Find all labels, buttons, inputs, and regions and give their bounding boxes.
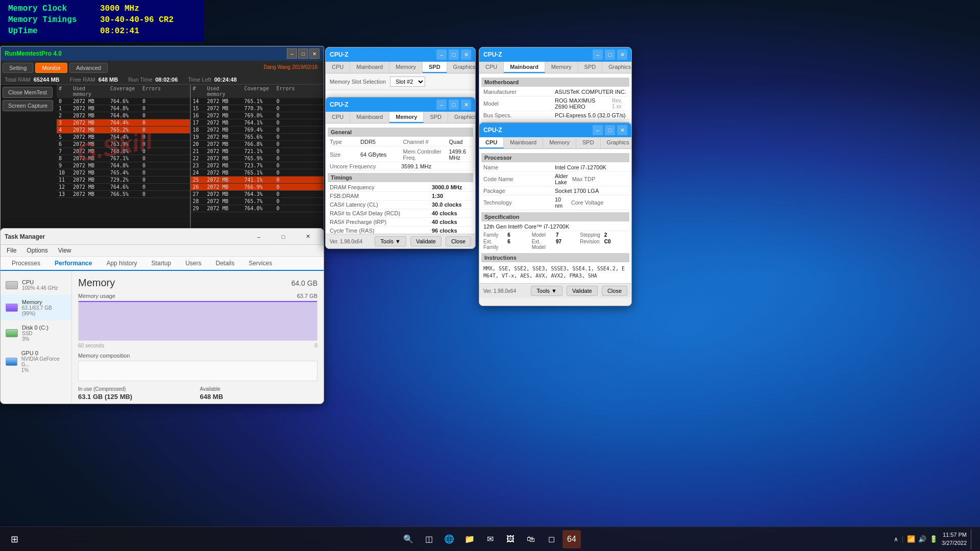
cpuz-cpu-version: Ver. 1.98.0x64 [483, 288, 527, 294]
cpuz-mb-tab-spd[interactable]: SPD [578, 62, 603, 73]
motherboard-section: Motherboard [481, 78, 629, 87]
cpuz-mem-tab-memory[interactable]: Memory [389, 112, 424, 123]
tray-sound[interactable]: 🔊 [918, 535, 926, 543]
taskmanager-close-btn[interactable]: ✕ [296, 229, 320, 245]
memtest-row: 15 2072 MB 770.3% 0 [191, 105, 324, 112]
cpuz-spd-maximize[interactable]: □ [449, 49, 459, 60]
taskmanager-tab-performance[interactable]: Performance [47, 257, 99, 271]
taskmanager-tab-startup[interactable]: Startup [144, 257, 178, 271]
tray-network[interactable]: 📶 [907, 535, 915, 543]
cpuz-cpu-close-btn[interactable]: Close [602, 286, 627, 296]
memtest-tab-advanced[interactable]: Advanced [69, 63, 108, 73]
taskmanager-sidebar-cpu[interactable]: CPU 100% 4.46 GHz [1, 275, 71, 295]
cpuz-spd-tab-graphics[interactable]: Graphics [447, 62, 476, 73]
memtest-table-left: # Used memory Coverage Errors 0 2072 MB … [57, 85, 190, 235]
cpuz-mainboard-maximize[interactable]: □ [605, 49, 615, 60]
cpuz-mb-tab-mainboard[interactable]: Mainboard [504, 62, 545, 73]
cpuz-memory-validate-btn[interactable]: Validate [410, 236, 442, 246]
cpuz-spd-minimize[interactable]: – [436, 49, 447, 60]
tray-expand[interactable]: ∧ [894, 536, 898, 543]
cpuz-cpu-maximize[interactable]: □ [605, 125, 615, 135]
cpuz-mb-tab-graphics[interactable]: Graphics [602, 62, 632, 73]
taskmanager-menu-file[interactable]: File [5, 246, 18, 255]
cpuz-memory-tools-btn[interactable]: Tools ▼ [375, 236, 406, 246]
taskbar-explorer[interactable]: 📁 [460, 530, 479, 548]
taskbar-photos[interactable]: 🖼 [501, 530, 520, 548]
taskmanager-sidebar-gpu[interactable]: GPU 0 NVIDIA GeForce G...1% [1, 346, 71, 377]
memtest-close-btn[interactable]: ✕ [309, 48, 320, 59]
start-button[interactable]: ⊞ [4, 529, 24, 549]
overlay-memory-timings-value: 30-40-40-96 CR2 [100, 15, 174, 24]
taskbar-store[interactable]: 🛍 [522, 530, 540, 548]
memtest-window: RunMemtestPro 4.0 – □ ✕ Setting Monitor … [0, 46, 324, 242]
free-ram-value: 648 MB [99, 77, 118, 83]
taskmanager-menu-options[interactable]: Options [24, 246, 50, 255]
memtest-table-container: Close MemTest Screen Capture # Used memo… [1, 85, 324, 235]
cpuz-cpu-validate-btn[interactable]: Validate [567, 286, 598, 296]
cpuz-cpu-tab-memory[interactable]: Memory [543, 137, 576, 148]
tray-battery[interactable]: 🔋 [929, 535, 938, 543]
memtest-row: 27 2072 MB 764.3% 0 [191, 191, 324, 198]
slot-select[interactable]: Slot #2 [390, 77, 425, 87]
cpuz-mem-tab-cpu[interactable]: CPU [326, 112, 350, 123]
memtest-maximize-btn[interactable]: □ [298, 48, 308, 59]
cpuz-spd-tab-mainboard[interactable]: Mainboard [350, 62, 389, 73]
cpuz-memory-close-btn[interactable]: Close [446, 236, 471, 246]
cpuz-cpu-close[interactable]: ✕ [617, 125, 627, 135]
cpuz-cpu-minimize[interactable]: – [593, 125, 603, 135]
cpuz-memory-minimize[interactable]: – [436, 99, 447, 110]
rp-row: RAS# Precharge (tRP) 40 clocks [328, 218, 473, 227]
cpuz-spd-tab-cpu[interactable]: CPU [326, 62, 350, 73]
rp-value: 40 clocks [432, 219, 457, 225]
screen-capture-btn[interactable]: Screen Capture [3, 100, 53, 111]
cl-value: 30.0 clocks [432, 202, 462, 208]
cpuz-mem-tab-mainboard[interactable]: Mainboard [350, 112, 389, 123]
taskmanager-tab-processes[interactable]: Processes [5, 257, 47, 271]
taskbar-search[interactable]: 🔍 [399, 530, 418, 548]
cpu-family-grid: Family6 Model7 Stepping2 Ext. Family6 Ex… [481, 231, 629, 251]
cpuz-mb-tab-memory[interactable]: Memory [545, 62, 578, 73]
taskbar: ⊞ 🔍 ◫ 🌐 📁 ✉ 🖼 🛍 ◻ 64 ∧ 📶 🔊 🔋 11:57 PM 3/… [0, 527, 980, 551]
cpuz-mb-tab-cpu[interactable]: CPU [479, 62, 504, 73]
cpuz-memory-tabs: CPU Mainboard Memory SPD Graphics Bench … [326, 112, 475, 123]
taskbar-app1[interactable]: ◻ [542, 530, 560, 548]
memtest-tab-monitor[interactable]: Monitor [35, 63, 67, 73]
taskmanager-tab-users[interactable]: Users [178, 257, 208, 271]
cpuz-mainboard-minimize[interactable]: – [593, 49, 603, 60]
taskmanager-menu-view[interactable]: View [56, 246, 74, 255]
taskbar-task-view[interactable]: ◫ [420, 530, 438, 548]
mb-bus-specs-value: PCI-Express 5.0 (32.0 GT/s) [555, 112, 626, 118]
taskmanager-sidebar-disk[interactable]: Disk 0 (C:) SSD3% [1, 320, 71, 346]
cpuz-spd-tab-memory[interactable]: Memory [389, 62, 423, 73]
cpuz-cpu-tab-graphics[interactable]: Graphics [601, 137, 632, 148]
mem-size-row: Size 64 GBytes [328, 147, 400, 162]
cpuz-spd-tab-spd[interactable]: SPD [423, 62, 447, 73]
memtest-tab-setting[interactable]: Setting [3, 63, 33, 73]
taskbar-show-desktop[interactable] [971, 529, 974, 549]
taskmanager-tab-services[interactable]: Services [241, 257, 279, 271]
cpuz-spd-close[interactable]: ✕ [461, 49, 471, 60]
in-use-value: 63.1 GB (125 MB) [78, 393, 196, 400]
cpuz-mainboard-close[interactable]: ✕ [617, 49, 627, 60]
cpuz-cpu-tab-spd[interactable]: SPD [576, 137, 601, 148]
taskbar-clock[interactable]: 11:57 PM 3/27/2022 [942, 531, 967, 547]
cpuz-mem-tab-spd[interactable]: SPD [424, 112, 448, 123]
taskbar-mail[interactable]: ✉ [481, 530, 499, 548]
taskmanager-maximize-btn[interactable]: □ [272, 229, 295, 245]
taskbar-app2[interactable]: 64 [562, 530, 581, 548]
taskbar-edge[interactable]: 🌐 [440, 530, 458, 548]
taskmanager-tab-details[interactable]: Details [208, 257, 241, 271]
taskmanager-tab-apphistory[interactable]: App history [99, 257, 144, 271]
cpuz-mem-tab-graphics[interactable]: Graphics [448, 112, 476, 123]
mb-manufacturer-value: ASUSTeK COMPUTER INC. [555, 89, 626, 95]
memtest-minimize-btn[interactable]: – [287, 48, 297, 59]
cpuz-cpu-tools-btn[interactable]: Tools ▼ [531, 286, 562, 296]
cpuz-memory-close[interactable]: ✕ [461, 99, 471, 110]
taskmanager-window-controls: – □ ✕ [247, 229, 320, 245]
taskmanager-minimize-btn[interactable]: – [247, 229, 271, 245]
cpuz-memory-maximize[interactable]: □ [449, 99, 459, 110]
cpuz-cpu-tab-mainboard[interactable]: Mainboard [504, 137, 543, 148]
close-memtest-btn[interactable]: Close MemTest [3, 87, 53, 98]
taskmanager-sidebar-memory[interactable]: Memory 63.1/63.7 GB (99%) [1, 295, 71, 320]
cpuz-cpu-tab-cpu[interactable]: CPU [479, 137, 504, 148]
